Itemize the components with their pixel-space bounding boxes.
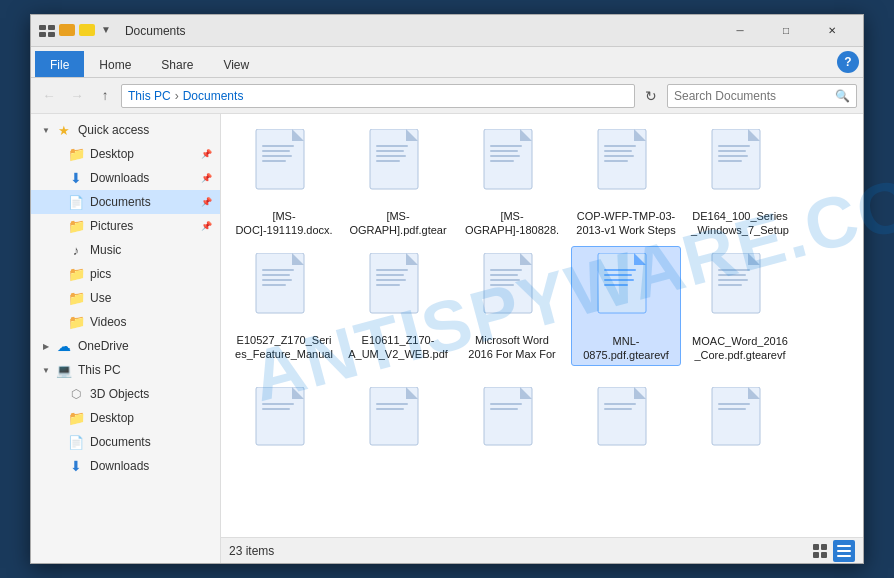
- sidebar-label-pics-qa: pics: [90, 267, 212, 281]
- file-name: [MS-DOC]-191119.docx.gtearevf: [234, 209, 334, 237]
- svg-rect-90: [837, 555, 851, 557]
- pin-icon: 📌: [201, 149, 212, 159]
- minimize-button[interactable]: ─: [717, 15, 763, 47]
- pics-icon: 📁: [67, 265, 85, 283]
- sidebar-item-music-qa[interactable]: ♪ Music: [31, 238, 220, 262]
- grid-view-button[interactable]: [809, 540, 831, 562]
- file-item[interactable]: [685, 370, 795, 490]
- svg-rect-44: [376, 279, 406, 281]
- svg-rect-70: [376, 403, 408, 405]
- sidebar-item-thispc[interactable]: 💻 This PC: [31, 358, 220, 382]
- tab-view[interactable]: View: [208, 51, 264, 77]
- sidebar: ★ Quick access 📁 Desktop 📌 ⬇ Downloads 📌…: [31, 114, 221, 563]
- search-bar[interactable]: 🔍: [667, 84, 857, 108]
- sidebar-item-onedrive[interactable]: ☁ OneDrive: [31, 334, 220, 358]
- pin-icon-doc: 📌: [201, 197, 212, 207]
- breadcrumb-thispc[interactable]: This PC: [128, 89, 171, 103]
- file-name: Microsoft Word 2016 For Max For Legal Pr…: [462, 333, 562, 361]
- file-name: [MS-OGRAPH]-180828.docx.gtearevf: [462, 209, 562, 237]
- list-view-button[interactable]: [833, 540, 855, 562]
- file-item[interactable]: MOAC_Word_2016_Core.pdf.gtearevf: [685, 246, 795, 366]
- file-thumb: [592, 253, 660, 330]
- file-item[interactable]: [MS-OGRAPH].pdf.gtearevf: [343, 122, 453, 242]
- sidebar-item-desktop-qa[interactable]: 📁 Desktop 📌: [31, 142, 220, 166]
- file-item[interactable]: [571, 370, 681, 490]
- svg-rect-2: [48, 25, 55, 30]
- file-item[interactable]: [457, 370, 567, 490]
- pdf-icon-svg-partial: [482, 387, 542, 447]
- maximize-button[interactable]: □: [763, 15, 809, 47]
- sidebar-item-3dobjects[interactable]: ⬡ 3D Objects: [31, 382, 220, 406]
- sidebar-item-videos-qa[interactable]: 📁 Videos: [31, 310, 220, 334]
- videos-icon: 📁: [67, 313, 85, 331]
- sidebar-item-quickaccess[interactable]: ★ Quick access: [31, 118, 220, 142]
- forward-button[interactable]: →: [65, 84, 89, 108]
- svg-rect-84: [813, 544, 819, 550]
- pdf-icon-svg-partial: [710, 387, 770, 447]
- statusbar: 23 items: [221, 537, 863, 563]
- thispc-icon: 💻: [55, 361, 73, 379]
- file-item-selected[interactable]: MNL-0875.pdf.gtearevf: [571, 246, 681, 366]
- use-icon: 📁: [67, 289, 85, 307]
- view-buttons: [809, 540, 855, 562]
- folder-icon: 📁: [67, 145, 85, 163]
- svg-rect-51: [490, 284, 514, 286]
- file-item[interactable]: E10611_Z170-A_UM_V2_WEB.pdf.gtearevf: [343, 246, 453, 366]
- breadcrumb-documents[interactable]: Documents: [183, 89, 244, 103]
- svg-rect-67: [262, 408, 290, 410]
- file-item[interactable]: [343, 370, 453, 490]
- svg-rect-26: [604, 155, 634, 157]
- up-button[interactable]: ↑: [93, 84, 117, 108]
- svg-rect-78: [604, 403, 636, 405]
- sidebar-label-downloads-qa: Downloads: [90, 171, 198, 185]
- onedrive-arrow: [39, 339, 53, 353]
- svg-rect-12: [376, 145, 408, 147]
- titlebar-icon-1: [39, 24, 55, 38]
- thispc-arrow: [39, 363, 53, 377]
- file-name: COP-WFP-TMP-03-2013-v1 Work Steps Report…: [576, 209, 676, 237]
- search-input[interactable]: [674, 89, 835, 103]
- refresh-button[interactable]: ↻: [639, 84, 663, 108]
- tab-home[interactable]: Home: [84, 51, 146, 77]
- sidebar-item-documents-pc[interactable]: 📄 Documents: [31, 430, 220, 454]
- svg-rect-24: [604, 145, 636, 147]
- sidebar-item-documents-qa[interactable]: 📄 Documents 📌: [31, 190, 220, 214]
- tab-file[interactable]: File: [35, 51, 84, 77]
- svg-rect-21: [490, 160, 514, 162]
- svg-rect-38: [262, 279, 292, 281]
- pin-icon-pic: 📌: [201, 221, 212, 231]
- file-item[interactable]: COP-WFP-TMP-03-2013-v1 Work Steps Report…: [571, 122, 681, 242]
- close-button[interactable]: ✕: [809, 15, 855, 47]
- documents-pc-icon: 📄: [67, 433, 85, 451]
- file-item[interactable]: E10527_Z170_Series_Feature_Manual_UM_WEB…: [229, 246, 339, 366]
- file-name: MOAC_Word_2016_Core.pdf.gtearevf: [690, 334, 790, 361]
- back-button[interactable]: ←: [37, 84, 61, 108]
- file-item[interactable]: Microsoft Word 2016 For Max For Legal Pr…: [457, 246, 567, 366]
- file-item[interactable]: [MS-DOC]-191119.docx.gtearevf: [229, 122, 339, 242]
- help-button[interactable]: ?: [837, 51, 859, 73]
- sidebar-item-pics-qa[interactable]: 📁 pics: [31, 262, 220, 286]
- sidebar-item-downloads-pc[interactable]: ⬇ Downloads: [31, 454, 220, 478]
- file-thumb: [250, 129, 318, 205]
- grid-icon: [813, 544, 827, 558]
- file-item[interactable]: [MS-OGRAPH]-180828.docx.gtearevf: [457, 122, 567, 242]
- svg-rect-32: [718, 155, 748, 157]
- sidebar-item-downloads-qa[interactable]: ⬇ Downloads 📌: [31, 166, 220, 190]
- svg-rect-19: [490, 150, 518, 152]
- sidebar-item-desktop-pc[interactable]: 📁 Desktop: [31, 406, 220, 430]
- tab-share[interactable]: Share: [146, 51, 208, 77]
- svg-rect-18: [490, 145, 522, 147]
- pdf-icon-svg: [710, 253, 770, 329]
- list-icon: [837, 544, 851, 558]
- svg-rect-85: [821, 544, 827, 550]
- ribbon-tabs: File Home Share View ?: [31, 47, 863, 77]
- file-item[interactable]: DE164_100_Series_Windows_7_Setup_Guide_p…: [685, 122, 795, 242]
- sidebar-item-pictures-qa[interactable]: 📁 Pictures 📌: [31, 214, 220, 238]
- titlebar-dropdown[interactable]: ▼: [99, 24, 113, 38]
- svg-rect-61: [718, 274, 746, 276]
- pdf-icon-svg: [710, 129, 770, 205]
- svg-rect-13: [376, 150, 404, 152]
- file-item[interactable]: [229, 370, 339, 490]
- sidebar-label-use-qa: Use: [90, 291, 212, 305]
- sidebar-item-use-qa[interactable]: 📁 Use: [31, 286, 220, 310]
